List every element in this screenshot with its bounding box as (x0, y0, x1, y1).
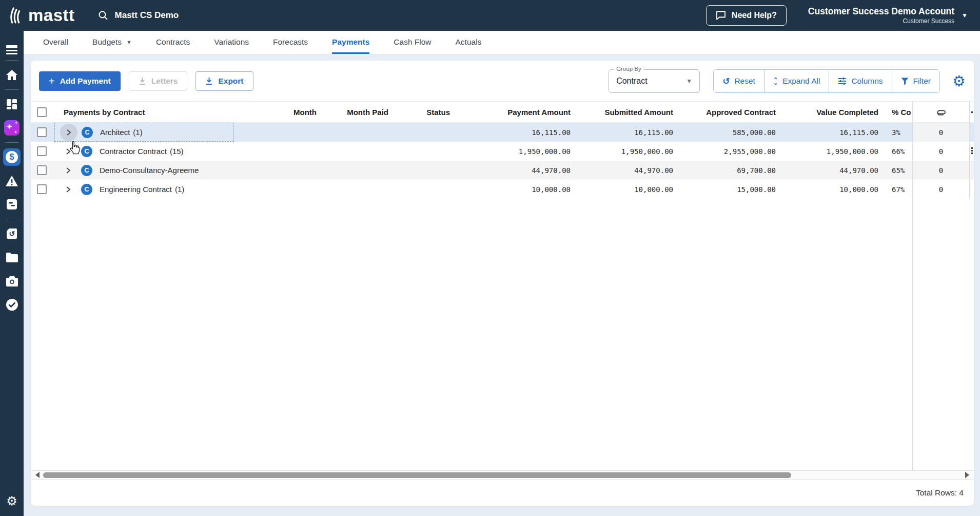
plus-icon: + (49, 75, 55, 87)
group-by-label: Group By (614, 66, 644, 72)
menu-toggle-button[interactable] (3, 37, 21, 54)
tab-budgets[interactable]: Budgets▼ (92, 31, 132, 54)
column-header-group[interactable]: Payments by Contract (54, 102, 234, 122)
group-cell[interactable]: C Architect (1) (54, 123, 234, 142)
sidebar-item-ai-assistant[interactable]: ✦✦✦ (3, 119, 21, 137)
row-checkbox[interactable] (37, 165, 47, 175)
truncated-column-edge (970, 142, 974, 161)
expand-collapse-icon: ⌃⌃ (773, 78, 778, 84)
value-completed-cell: 16,115.00 (778, 123, 880, 142)
group-cell[interactable]: C Engineering Contract (1) (54, 180, 234, 199)
export-button[interactable]: Export (195, 71, 253, 91)
column-header-attachments[interactable] (912, 102, 970, 122)
payment-amount-cell: 44,970.00 (452, 161, 573, 180)
add-payment-button[interactable]: + Add Payment (39, 71, 121, 91)
tab-actuals[interactable]: Actuals (456, 31, 482, 54)
filter-funnel-icon (901, 78, 909, 85)
attachments-cell: 0 (912, 180, 970, 199)
scroll-right-arrow-icon[interactable] (965, 472, 969, 478)
approved-contract-cell: 69,700.00 (675, 161, 778, 180)
left-sidebar: ✦✦✦ $ ↺ ⚙ (0, 31, 24, 516)
main-content: + Add Payment Letters Export Group By Co… (24, 55, 980, 516)
expand-row-button[interactable] (60, 181, 77, 198)
column-header-payment-amount[interactable]: Payment Amount (452, 102, 573, 122)
tab-payments[interactable]: Payments (332, 31, 369, 54)
need-help-button[interactable]: Need Help? (706, 5, 787, 26)
group-by-select[interactable]: Group By Contract ▼ (609, 69, 700, 93)
project-search[interactable]: Mastt CS Demo (97, 10, 179, 21)
total-rows-label: Total Rows: 4 (916, 488, 964, 498)
sidebar-item-files[interactable] (3, 249, 21, 266)
group-by-value: Contract (616, 77, 647, 86)
hamburger-icon (6, 45, 17, 47)
sidebar-item-home[interactable] (3, 66, 21, 84)
sidebar-divider (5, 60, 18, 61)
group-cell[interactable]: C Demo-Consultancy-Agreeme (54, 161, 234, 180)
sidebar-item-risks[interactable] (3, 172, 21, 189)
table-row[interactable]: C Architect (1) 16,115.00 16,115.00 585,… (31, 123, 974, 142)
letters-button[interactable]: Letters (129, 71, 188, 91)
filter-button[interactable]: Filter (892, 70, 939, 92)
month-cell (234, 161, 319, 180)
column-header-month[interactable]: Month (234, 102, 319, 122)
account-menu[interactable]: Customer Success Demo Account Customer S… (808, 6, 968, 25)
value-completed-cell: 1,950,000.00 (778, 142, 880, 161)
payment-amount-cell: 1,950,000.00 (452, 142, 573, 161)
paperclip-icon (935, 108, 947, 116)
tab-cash-flow[interactable]: Cash Flow (394, 31, 431, 54)
column-header-approved-contract[interactable]: Approved Contract (675, 102, 778, 122)
column-header-pct-complete[interactable]: % Co (880, 102, 912, 122)
mastt-logo[interactable]: mastt (9, 6, 75, 25)
columns-button[interactable]: Columns (829, 70, 891, 92)
reset-button[interactable]: ↺ Reset (714, 70, 764, 92)
expand-all-button[interactable]: ⌃⌃ Expand All (764, 70, 829, 92)
sidebar-item-approvals[interactable] (3, 296, 21, 313)
row-checkbox[interactable] (37, 184, 47, 194)
truncated-column-edge (970, 102, 974, 122)
row-checkbox[interactable] (37, 146, 47, 156)
payments-panel: + Add Payment Letters Export Group By Co… (31, 61, 974, 506)
submitted-amount-cell: 16,115.00 (573, 123, 675, 142)
tab-overall[interactable]: Overall (43, 31, 68, 54)
approved-contract-cell: 2,955,000.00 (675, 142, 778, 161)
contract-name: Engineering Contract (100, 185, 172, 194)
expand-row-button[interactable] (60, 124, 77, 141)
sidebar-item-tasks[interactable] (3, 196, 21, 213)
month-paid-cell (319, 123, 390, 142)
grid-settings-gear-icon[interactable]: ⚙ (952, 74, 966, 89)
column-header-status[interactable]: Status (390, 102, 452, 122)
table-row[interactable]: C Contractor Contract (15) 1,950,000.00 … (31, 142, 974, 161)
tab-contracts[interactable]: Contracts (156, 31, 190, 54)
select-all-checkbox[interactable] (37, 107, 47, 117)
sidebar-item-media[interactable] (3, 272, 21, 290)
account-subtitle: Customer Success (903, 17, 954, 25)
tab-variations[interactable]: Variations (214, 31, 249, 54)
tab-forecasts[interactable]: Forecasts (273, 31, 308, 54)
column-header-month-paid[interactable]: Month Paid (319, 102, 390, 122)
group-cell[interactable]: C Contractor Contract (15) (54, 142, 234, 161)
sidebar-item-history[interactable]: ↺ (3, 225, 21, 242)
payment-amount-cell: 10,000.00 (452, 180, 573, 199)
column-header-value-completed[interactable]: Value Completed (778, 102, 880, 122)
chevron-down-icon: ▼ (686, 78, 692, 85)
payments-grid: Payments by Contract Month Month Paid St… (31, 101, 974, 506)
sidebar-item-dashboard[interactable] (3, 95, 21, 113)
table-row[interactable]: C Demo-Consultancy-Agreeme 44,970.00 44,… (31, 161, 974, 180)
payments-toolbar: + Add Payment Letters Export Group By Co… (31, 61, 974, 101)
horizontal-scrollbar[interactable] (31, 470, 974, 479)
scroll-left-arrow-icon[interactable] (35, 472, 40, 478)
column-header-submitted-amount[interactable]: Submitted Amount (573, 102, 675, 122)
status-cell (390, 180, 452, 199)
sparkles-icon: ✦✦✦ (4, 120, 19, 136)
search-icon (97, 10, 109, 21)
expand-row-button[interactable] (60, 162, 77, 179)
column-settings-icon (838, 77, 847, 85)
sidebar-item-settings[interactable]: ⚙ (3, 492, 21, 510)
row-checkbox[interactable] (37, 127, 47, 137)
truncated-column-edge (970, 123, 974, 142)
month-cell (234, 180, 319, 199)
table-row[interactable]: C Engineering Contract (1) 10,000.00 10,… (31, 180, 974, 199)
scrollbar-thumb[interactable] (43, 472, 791, 478)
expand-row-button[interactable] (60, 143, 77, 160)
sidebar-item-payments[interactable]: $ (3, 148, 21, 166)
